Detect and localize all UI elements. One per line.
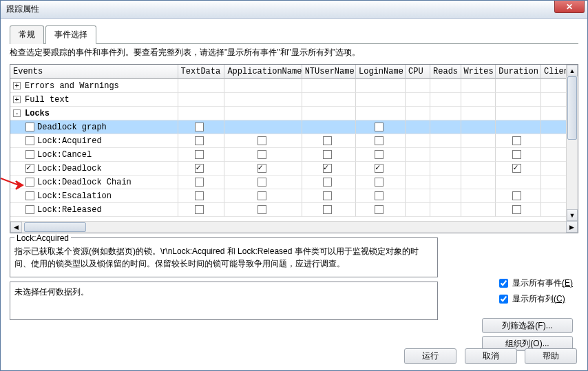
- event-row-lock-deadlock[interactable]: Lock:Deadlock: [10, 162, 578, 176]
- cell-checkbox[interactable]: [195, 164, 204, 173]
- group-row-fulltext[interactable]: +Full text: [10, 93, 578, 107]
- tab-events[interactable]: 事件选择: [45, 25, 96, 44]
- col-duration[interactable]: Duration: [496, 65, 541, 79]
- checkbox[interactable]: [499, 295, 508, 304]
- close-button[interactable]: ✕: [554, 1, 585, 13]
- close-icon: ✕: [566, 2, 573, 12]
- tabstrip: 常规 事件选择: [10, 25, 578, 44]
- cell-checkbox[interactable]: [258, 136, 266, 145]
- col-reads[interactable]: Reads: [430, 65, 461, 79]
- show-all-events-checkbox[interactable]: 显示所有事件(E): [496, 277, 573, 290]
- event-checkbox[interactable]: [25, 123, 34, 131]
- event-checkbox[interactable]: [25, 191, 34, 200]
- event-label: Deadlock graph: [37, 123, 107, 132]
- cell-checkbox[interactable]: [375, 164, 384, 173]
- event-checkbox[interactable]: [25, 164, 34, 173]
- titlebar: 跟踪属性 ✕: [1, 1, 587, 19]
- cell-checkbox[interactable]: [323, 164, 332, 173]
- event-row-lock-escalation[interactable]: Lock:Escalation: [10, 189, 578, 203]
- cell-checkbox[interactable]: [323, 136, 332, 145]
- cell-checkbox[interactable]: [258, 150, 266, 159]
- group-row-errors[interactable]: +Errors and Warnings: [10, 79, 578, 93]
- event-row-deadlock-graph[interactable]: Deadlock graph: [10, 120, 578, 134]
- show-all-columns-checkbox[interactable]: 显示所有列(C): [496, 293, 573, 306]
- cell-checkbox[interactable]: [323, 205, 332, 214]
- col-textdata[interactable]: TextData: [178, 65, 225, 79]
- event-row-lock-deadlock-chain[interactable]: Lock:Deadlock Chain: [10, 176, 578, 189]
- client-area: 常规 事件选择 检查选定要跟踪的事件和事件列。要查看完整列表，请选择"显示所有事…: [1, 19, 587, 370]
- horizontal-scrollbar[interactable]: ◀: [10, 221, 566, 233]
- help-button[interactable]: 帮助: [525, 348, 577, 364]
- event-label: Lock:Acquired: [37, 136, 102, 146]
- event-checkbox[interactable]: [25, 205, 34, 214]
- cell-checkbox[interactable]: [195, 205, 204, 214]
- cell-checkbox[interactable]: [512, 164, 521, 173]
- description-text: 指示已获取某个资源(例如数据页)的锁。\r\nLock:Acquired 和 L…: [14, 245, 433, 270]
- description-box: Lock:Acquired 指示已获取某个资源(例如数据页)的锁。\r\nLoc…: [10, 237, 438, 277]
- group-row-locks[interactable]: -Locks: [10, 107, 578, 120]
- col-login[interactable]: LoginName: [356, 65, 406, 79]
- tab-general[interactable]: 常规: [10, 25, 44, 44]
- event-row-lock-acquired[interactable]: Lock:Acquired: [10, 134, 578, 148]
- expand-icon[interactable]: +: [13, 96, 21, 103]
- cell-checkbox[interactable]: [375, 136, 384, 145]
- cell-checkbox[interactable]: [512, 191, 521, 200]
- cell-checkbox[interactable]: [323, 191, 332, 200]
- col-writes[interactable]: Writes: [461, 65, 496, 79]
- cell-checkbox[interactable]: [375, 150, 384, 159]
- scroll-thumb[interactable]: [567, 76, 577, 140]
- cell-checkbox[interactable]: [195, 178, 204, 187]
- column-description-box: 未选择任何数据列。: [10, 282, 438, 320]
- cell-checkbox[interactable]: [258, 178, 266, 187]
- event-checkbox[interactable]: [25, 150, 34, 159]
- col-appname[interactable]: ApplicationName: [224, 65, 302, 79]
- event-checkbox[interactable]: [25, 136, 34, 145]
- scroll-left-icon[interactable]: ◀: [10, 222, 22, 233]
- cell-checkbox[interactable]: [512, 136, 521, 145]
- event-label: Lock:Cancel: [37, 150, 92, 160]
- cell-checkbox[interactable]: [195, 136, 204, 145]
- vertical-scrollbar[interactable]: ▲ ▼: [566, 65, 578, 221]
- cell-checkbox[interactable]: [323, 178, 332, 187]
- col-ntuser[interactable]: NTUserName: [302, 65, 356, 79]
- col-cpu[interactable]: CPU: [406, 65, 430, 79]
- cell-checkbox[interactable]: [258, 191, 266, 200]
- cell-checkbox[interactable]: [258, 164, 266, 173]
- column-filter-button[interactable]: 列筛选器(F)...: [482, 318, 573, 333]
- instruction-text: 检查选定要跟踪的事件和事件列。要查看完整列表，请选择"显示所有事件"和"显示所有…: [10, 47, 578, 59]
- cell-checkbox[interactable]: [375, 178, 384, 187]
- window-title: 跟踪属性: [6, 3, 39, 15]
- event-label: Lock:Escalation: [37, 191, 112, 201]
- scroll-thumb[interactable]: [24, 222, 86, 232]
- event-label: Lock:Deadlock Chain: [37, 178, 132, 187]
- cell-checkbox[interactable]: [375, 123, 384, 131]
- event-checkbox[interactable]: [25, 178, 34, 187]
- checkbox[interactable]: [499, 279, 508, 288]
- group-label: Errors and Warnings: [25, 81, 119, 91]
- cell-checkbox[interactable]: [195, 191, 204, 200]
- show-options: 显示所有事件(E) 显示所有列(C): [496, 274, 573, 308]
- cell-checkbox[interactable]: [375, 191, 384, 200]
- cell-checkbox[interactable]: [195, 123, 204, 131]
- run-button[interactable]: 运行: [404, 348, 456, 364]
- event-row-lock-cancel[interactable]: Lock:Cancel: [10, 148, 578, 162]
- event-label: Lock:Deadlock: [37, 164, 102, 173]
- dialog-window: 跟踪属性 ✕ 常规 事件选择 检查选定要跟踪的事件和事件列。要查看完整列表，请选…: [0, 0, 588, 371]
- event-row-lock-released[interactable]: Lock:Released: [10, 203, 578, 217]
- col-events[interactable]: Events: [10, 65, 178, 79]
- cell-checkbox[interactable]: [375, 205, 384, 214]
- expand-icon[interactable]: +: [13, 82, 21, 89]
- cancel-button[interactable]: 取消: [465, 348, 517, 364]
- cell-checkbox[interactable]: [195, 150, 204, 159]
- scroll-down-icon[interactable]: ▼: [567, 209, 578, 221]
- cell-checkbox[interactable]: [512, 205, 521, 214]
- scroll-right-icon[interactable]: ▶: [566, 221, 578, 233]
- cell-checkbox[interactable]: [323, 150, 332, 159]
- cell-checkbox[interactable]: [258, 205, 266, 214]
- events-grid: Events TextData ApplicationName NTUserNa…: [10, 64, 578, 233]
- scroll-up-icon[interactable]: ▲: [567, 65, 578, 76]
- event-label: Lock:Released: [37, 205, 102, 215]
- cell-checkbox[interactable]: [512, 150, 521, 159]
- group-label: Locks: [25, 109, 50, 118]
- collapse-icon[interactable]: -: [13, 109, 21, 117]
